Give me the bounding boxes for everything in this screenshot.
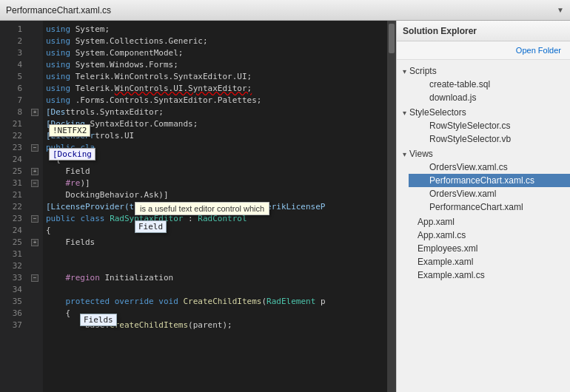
code-line-25b: Fields [46,237,387,249]
code-line-2: using System.Collections.Generic; [46,36,387,47]
chevron-icon-styleselectors: ▾ [403,109,406,117]
code-line-21a: [Docking.SyntaxEditor.Commands; [46,118,387,130]
collapse-icon[interactable]: − [31,144,38,152]
code-line-23a: public cla [46,142,387,154]
code-line-32 [46,260,387,272]
solution-explorer-toolbar: Open Folder [397,41,570,60]
tree-group-styleselectors: ▾ StyleSelectors RowStyleSelector.cs Row… [397,106,570,146]
tree-group-label-views: Views [409,149,433,159]
fields2-tooltip: Fields [80,314,117,326]
solution-explorer-header: Solution Explorer [397,21,570,41]
tree-item-example-xaml[interactable]: Example.xaml [397,255,570,268]
tree-item-app-xaml-cs[interactable]: App.xaml.cs [397,229,570,242]
code-line-31a: #re)] [46,178,387,189]
tree-item-ordersview-xaml[interactable]: OrdersView.xaml [409,187,570,200]
styleselectors-items: RowStyleSelector.cs RowStyleSelector.vb [397,119,570,146]
tree-item-app-xaml[interactable]: App.xaml [397,215,570,229]
code-line-24a: { [46,154,387,166]
vertical-scrollbar[interactable] [387,21,396,392]
code-line-24b: { [46,225,387,237]
tree-group-scripts: ▾ Scripts create-table.sql download.js [397,64,570,104]
views-items: OrdersView.xaml.cs PerformanceChart.xaml… [397,160,570,214]
gutter: + − + − − + − [27,21,43,392]
tree-item-download-js[interactable]: download.js [409,91,570,104]
code-line-4: using System.Windows.Forms; [46,59,387,71]
tree-group-label-scripts: Scripts [409,66,437,76]
tree-group-label-styleselectors: StyleSelectors [409,107,466,118]
tree-group-header-scripts[interactable]: ▾ Scripts [397,64,570,78]
scripts-items: create-table.sql download.js [397,78,570,104]
expand-icon-3[interactable]: + [31,239,38,246]
collapse-icon-2[interactable]: − [31,180,38,187]
code-line-33: #region Initialization [46,272,387,284]
tree-group-header-views[interactable]: ▾ Views [397,147,570,160]
solution-explorer-panel: Solution Explorer Open Folder ▾ Scripts … [396,21,570,392]
code-line-6: using Telerik.WinControls.UI.SyntaxEdito… [46,83,387,95]
open-folder-button[interactable]: Open Folder [513,44,564,56]
editor-panel: 1234567 82122232425 312122232425 3132333… [0,21,396,392]
code-line-22a: [LicensePrtrols.UI [46,130,387,142]
chevron-icon-scripts: ▾ [403,67,406,75]
main-layout: 1234567 82122232425 312122232425 3132333… [0,21,570,392]
code-line-35: protected override void CreateChildItems… [46,296,387,308]
editor-content: 1234567 82122232425 312122232425 3132333… [0,21,396,392]
code-line-5: using Telerik.WinControls.SyntaxEditor.U… [46,71,387,83]
code-line-1: using System; [46,24,387,36]
line-numbers: 1234567 82122232425 312122232425 3132333… [0,21,27,392]
collapse-icon-3[interactable]: − [31,215,38,223]
tree-item-example-xaml-cs[interactable]: Example.xaml.cs [397,268,570,282]
tree-item-performance-cs[interactable]: PerformanceChart.xaml.cs [409,174,570,187]
code-line-31b [46,249,387,260]
expand-icon[interactable]: + [31,109,38,116]
title-bar: PerformanceChart.xaml.cs ▼ [0,0,570,21]
tree-item-employees-xml[interactable]: Employees.xml [397,242,570,255]
scrollbar-thumb[interactable] [389,24,395,53]
code-line-34 [46,284,387,296]
tree-item-performance-xaml[interactable]: PerformanceChart.xaml [409,200,570,214]
expand-icon-2[interactable]: + [31,168,38,175]
title-bar-text: PerformanceChart.xaml.cs [6,5,111,16]
tree-item-create-table[interactable]: create-table.sql [409,78,570,91]
tree-item-rowstyle-vb[interactable]: RowStyleSelector.vb [409,132,570,146]
tree-group-views: ▾ Views OrdersView.xaml.cs PerformanceCh… [397,147,570,214]
field-tooltip: Field [135,220,167,233]
solution-tree: ▾ Scripts create-table.sql download.js ▾… [397,60,570,392]
code-line-25a: Field [46,166,387,178]
code-line-8: [Desttrols.SyntaxEditor; [46,107,387,118]
tree-item-rowstyle-cs[interactable]: RowStyleSelector.cs [409,119,570,132]
code-line-21b: DockingBehavior.Ask)] [46,189,387,201]
which-tooltip: is a useful text editor control which [135,202,269,215]
dropdown-arrow-icon[interactable]: ▼ [557,6,564,14]
collapse-icon-4[interactable]: − [31,274,38,282]
tree-group-header-styleselectors[interactable]: ▾ StyleSelectors [397,106,570,119]
netfx-tooltip: !NETFX2 [49,124,90,137]
code-line-7: using .Forms.Controls.SyntaxEditor.Palet… [46,95,387,107]
docking-tooltip: [Docking [49,148,95,160]
tree-item-ordersview-cs[interactable]: OrdersView.xaml.cs [409,160,570,174]
chevron-icon-views: ▾ [403,150,406,158]
code-line-3: using System.ComponentModel; [46,47,387,59]
solution-explorer-title: Solution Explorer [403,26,477,36]
